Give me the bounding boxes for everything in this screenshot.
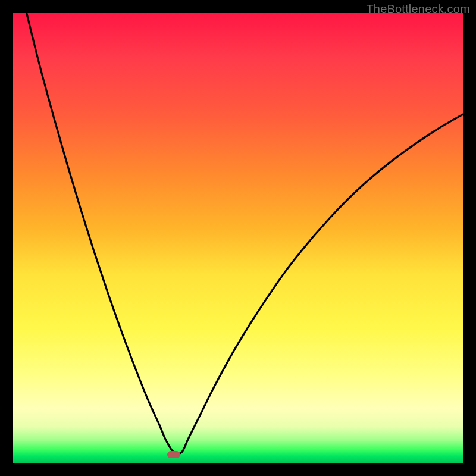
plot-area bbox=[13, 13, 463, 463]
chart-frame: TheBottleneck.com bbox=[0, 0, 476, 476]
minimum-marker bbox=[167, 451, 180, 458]
watermark-text: TheBottleneck.com bbox=[366, 2, 470, 16]
curve-svg bbox=[13, 13, 463, 463]
bottleneck-curve bbox=[27, 13, 463, 454]
